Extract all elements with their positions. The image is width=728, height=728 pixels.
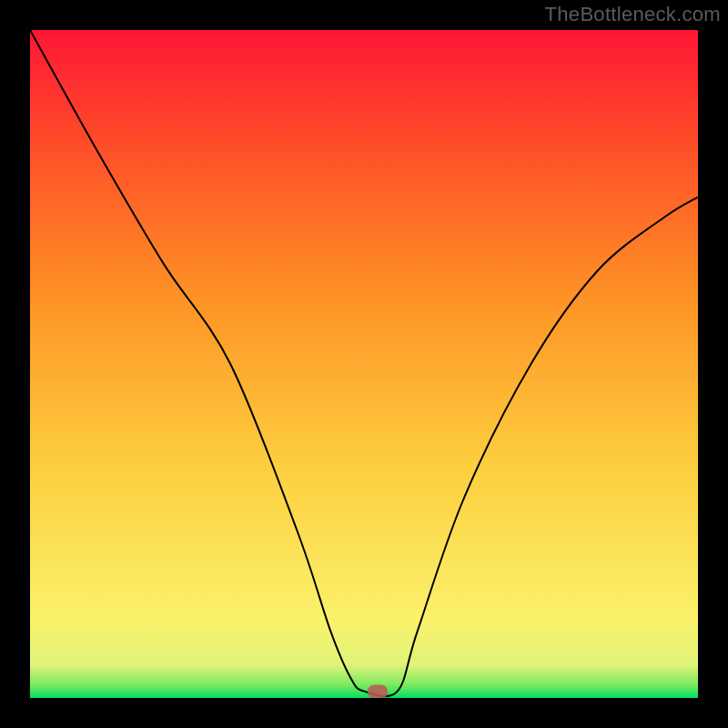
optimal-point-marker (368, 684, 388, 698)
plot-area (30, 30, 698, 698)
watermark-label: TheBottleneck.com (545, 3, 721, 26)
bottleneck-curve (30, 30, 698, 698)
chart-frame: TheBottleneck.com (0, 0, 728, 728)
